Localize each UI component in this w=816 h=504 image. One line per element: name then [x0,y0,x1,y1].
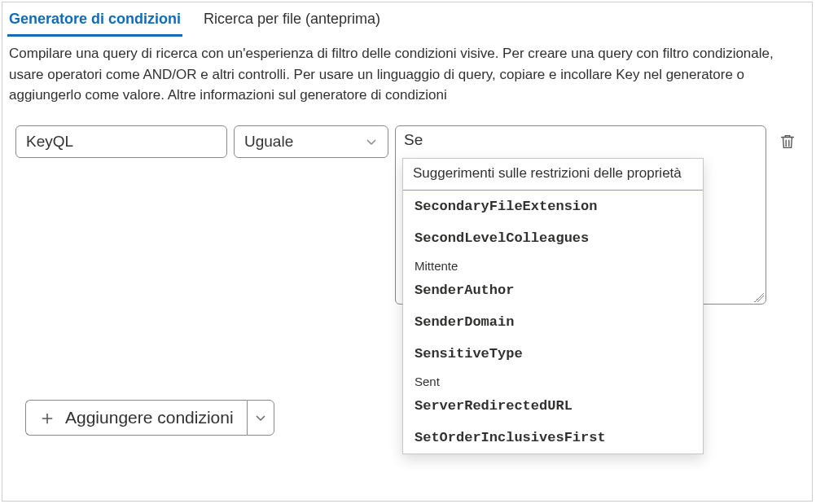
add-conditions-dropdown-button[interactable] [247,400,274,436]
suggestion-item[interactable]: SecondaryFileExtension [403,191,703,222]
suggestion-item[interactable]: SenderAuthor [403,274,703,306]
suggestion-item[interactable]: ServerRedirectedURL [403,390,703,422]
plus-icon: ＋ [37,408,57,427]
condition-value-text: Se [404,131,423,148]
add-conditions-split-button: ＋ Aggiungere condizioni [25,400,274,436]
property-suggestions-dropdown: Suggerimenti sulle restrizioni delle pro… [402,158,704,454]
suggestion-group-label: Mittente [403,254,703,274]
suggestion-group-label: Sent [403,370,703,390]
tab-bar: Generatore di condizioni Ricerca per fil… [2,2,812,37]
tab-conditions-builder[interactable]: Generatore di condizioni [7,7,182,37]
chevron-down-icon [254,411,267,424]
suggestion-item[interactable]: SecondLevelColleagues [403,222,703,254]
trash-icon [779,133,796,151]
condition-field-input[interactable] [15,125,227,158]
suggestion-item[interactable]: SenderDomain [403,306,703,338]
suggestion-item[interactable]: SetOrderInclusivesFirst [403,422,703,454]
chevron-down-icon [365,135,378,148]
condition-operator-label: Uguale [244,133,293,151]
tab-search-by-file[interactable]: Ricerca per file (anteprima) [202,7,382,34]
suggestions-header: Suggerimenti sulle restrizioni delle pro… [403,159,703,191]
suggestion-item[interactable]: SensitiveType [403,338,703,370]
add-conditions-label: Aggiungere condizioni [65,408,234,427]
delete-condition-button[interactable] [776,130,799,153]
add-conditions-button[interactable]: ＋ Aggiungere condizioni [25,400,247,436]
builder-description: Compilare una query di ricerca con un'es… [2,37,801,106]
condition-operator-select[interactable]: Uguale [234,125,388,158]
condition-builder: Uguale Se Suggerimenti sulle restrizioni… [15,125,799,305]
